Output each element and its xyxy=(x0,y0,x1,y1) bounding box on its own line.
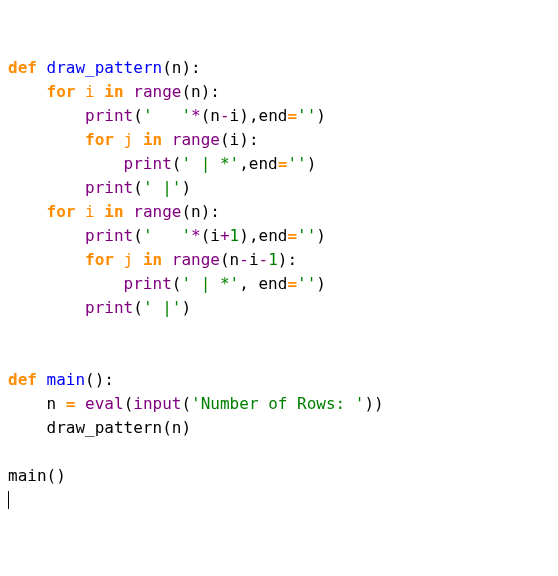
string-empty: '' xyxy=(287,154,306,173)
colon: : xyxy=(191,58,201,77)
var-i: i xyxy=(85,202,95,221)
paren: ( xyxy=(181,82,191,101)
string-empty: '' xyxy=(297,106,316,125)
fn-main: main xyxy=(47,370,86,389)
colon: : xyxy=(210,82,220,101)
keyword-in: in xyxy=(143,250,162,269)
var-i: i xyxy=(210,226,220,245)
code-block: def draw_pattern(n): for i in range(n): … xyxy=(8,56,550,512)
paren: ) xyxy=(316,106,326,125)
string-empty: '' xyxy=(297,226,316,245)
paren: ( xyxy=(201,226,211,245)
string-prompt: 'Number of Rows: ' xyxy=(191,394,364,413)
builtin-range: range xyxy=(133,202,181,221)
var-j: j xyxy=(124,250,134,269)
builtin-print: print xyxy=(85,106,133,125)
colon: : xyxy=(249,130,259,149)
paren: ( xyxy=(181,394,191,413)
op-star: * xyxy=(191,106,201,125)
kwarg-end: end xyxy=(258,274,287,293)
op-minus: - xyxy=(220,106,230,125)
colon: : xyxy=(287,250,297,269)
paren: ( xyxy=(133,178,143,197)
comma: , xyxy=(249,226,259,245)
var-n: n xyxy=(191,202,201,221)
var-i: i xyxy=(230,106,240,125)
op-minus: - xyxy=(239,250,249,269)
comma: , xyxy=(249,106,259,125)
comma: , xyxy=(239,274,249,293)
paren: ) xyxy=(364,394,374,413)
string-spaces: ' ' xyxy=(143,226,191,245)
op-star: * xyxy=(191,226,201,245)
var-i: i xyxy=(230,130,240,149)
keyword-in: in xyxy=(104,202,123,221)
string-spaces: ' ' xyxy=(143,106,191,125)
num-1: 1 xyxy=(268,250,278,269)
paren: ( xyxy=(133,298,143,317)
paren: ( xyxy=(181,202,191,221)
builtin-eval: eval xyxy=(85,394,124,413)
string-barstar: ' | *' xyxy=(181,274,239,293)
paren: ) xyxy=(278,250,288,269)
paren: ) xyxy=(307,154,317,173)
op-plus: + xyxy=(220,226,230,245)
num-1: 1 xyxy=(230,226,240,245)
paren: ) xyxy=(181,58,191,77)
builtin-print: print xyxy=(85,298,133,317)
paren: ( xyxy=(220,130,230,149)
string-bar: ' |' xyxy=(143,298,182,317)
op-eq: = xyxy=(287,226,297,245)
keyword-for: for xyxy=(85,130,114,149)
builtin-range: range xyxy=(172,130,220,149)
paren: ) xyxy=(374,394,384,413)
var-i: i xyxy=(249,250,259,269)
var-n: n xyxy=(47,394,57,413)
colon: : xyxy=(210,202,220,221)
op-minus: - xyxy=(259,250,269,269)
op-eq: = xyxy=(287,274,297,293)
text-cursor xyxy=(8,491,9,509)
paren: ( xyxy=(172,274,182,293)
paren: ( xyxy=(133,226,143,245)
call-draw-pattern: draw_pattern(n) xyxy=(47,418,192,437)
paren: ( xyxy=(133,106,143,125)
paren: ( xyxy=(220,250,230,269)
paren: ) xyxy=(239,106,249,125)
kwarg-end: end xyxy=(259,226,288,245)
call-main: main() xyxy=(8,466,66,485)
paren: ) xyxy=(239,130,249,149)
builtin-input: input xyxy=(133,394,181,413)
paren: ) xyxy=(316,274,326,293)
colon: : xyxy=(104,370,114,389)
op-eq: = xyxy=(287,106,297,125)
builtin-print: print xyxy=(85,226,133,245)
param-n: n xyxy=(172,58,182,77)
paren: ) xyxy=(201,202,211,221)
paren: ( xyxy=(162,58,172,77)
builtin-print: print xyxy=(124,274,172,293)
keyword-for: for xyxy=(85,250,114,269)
kwarg-end: end xyxy=(249,154,278,173)
var-n: n xyxy=(230,250,240,269)
paren: ( xyxy=(124,394,134,413)
builtin-print: print xyxy=(124,154,172,173)
keyword-for: for xyxy=(47,82,76,101)
string-barstar: ' | *' xyxy=(181,154,239,173)
paren: ) xyxy=(316,226,326,245)
paren: ) xyxy=(95,370,105,389)
comma: , xyxy=(239,154,249,173)
op-eq: = xyxy=(66,394,76,413)
paren: ) xyxy=(239,226,249,245)
keyword-in: in xyxy=(104,82,123,101)
keyword-def: def xyxy=(8,58,37,77)
keyword-for: for xyxy=(47,202,76,221)
var-j: j xyxy=(124,130,134,149)
builtin-range: range xyxy=(172,250,220,269)
string-empty: '' xyxy=(297,274,316,293)
builtin-range: range xyxy=(133,82,181,101)
paren: ( xyxy=(85,370,95,389)
paren: ) xyxy=(201,82,211,101)
op-eq: = xyxy=(278,154,288,173)
paren: ( xyxy=(172,154,182,173)
